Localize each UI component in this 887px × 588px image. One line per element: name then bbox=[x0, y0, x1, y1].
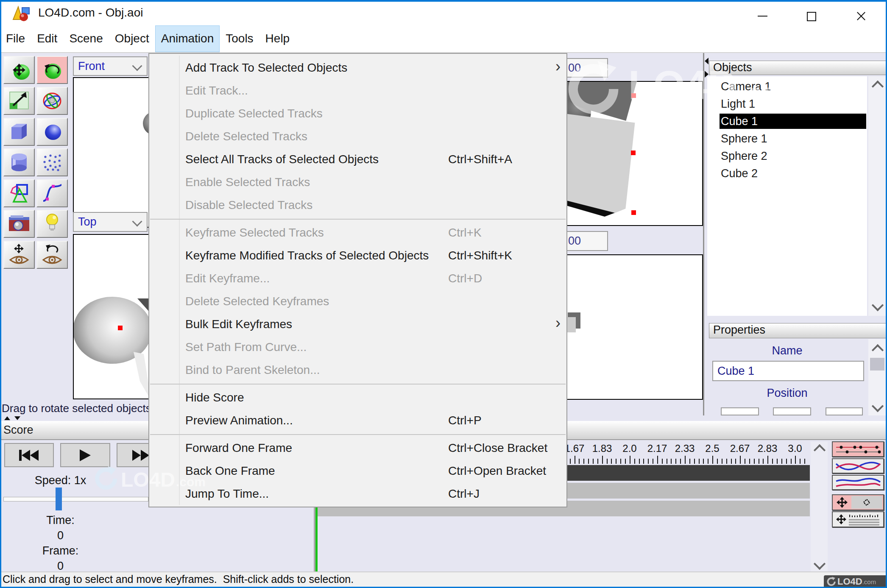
properties-scrollbar[interactable] bbox=[868, 339, 886, 415]
ruler-label: 2.67 bbox=[730, 443, 750, 454]
menu-item-edit-track[interactable]: Edit Track... bbox=[149, 79, 566, 102]
ruler-label: 2.83 bbox=[758, 443, 778, 454]
menu-item-duplicate-selected-tracks[interactable]: Duplicate Selected Tracks bbox=[149, 102, 566, 125]
edit-curves-mode-button[interactable] bbox=[832, 458, 884, 474]
scroll-down-icon[interactable] bbox=[872, 400, 884, 412]
menubar-item-tools[interactable]: Tools bbox=[220, 25, 259, 52]
ruler-tick bbox=[699, 459, 700, 464]
create-polygon-tool[interactable] bbox=[3, 179, 35, 207]
scroll-up-icon[interactable] bbox=[814, 444, 826, 456]
pan-view-tool[interactable] bbox=[3, 241, 35, 269]
position-x-field[interactable] bbox=[721, 407, 759, 415]
menu-item-jump-to-time[interactable]: Jump To Time...Ctrl+J bbox=[149, 482, 566, 505]
trackball-rotate-tool[interactable] bbox=[36, 87, 68, 115]
move-object-tool[interactable] bbox=[3, 56, 35, 84]
edit-curves-alt-mode-button[interactable] bbox=[832, 475, 884, 490]
ruler-tick bbox=[575, 456, 575, 464]
object-item-sphere-2[interactable]: Sphere 2 bbox=[707, 148, 867, 164]
selection-handle[interactable] bbox=[631, 150, 636, 155]
move-keyframes-mode-button[interactable] bbox=[832, 494, 884, 510]
menu-item-keyframe-modified-tracks-of-selected-objects[interactable]: Keyframe Modified Tracks of Selected Obj… bbox=[149, 244, 566, 267]
selection-handle[interactable] bbox=[118, 326, 123, 330]
close-button[interactable] bbox=[842, 0, 880, 25]
splitter-up-icon[interactable] bbox=[4, 416, 10, 420]
menu-item-label: Forward One Frame bbox=[185, 441, 292, 455]
menu-item-edit-keyframe[interactable]: Edit Keyframe...Ctrl+D bbox=[149, 267, 566, 290]
menubar-item-file[interactable]: File bbox=[0, 25, 31, 52]
menu-item-delete-selected-keyframes[interactable]: Delete Selected Keyframes bbox=[149, 290, 566, 313]
move-timescale-mode-button[interactable] bbox=[832, 511, 884, 527]
rotate-object-tool[interactable] bbox=[36, 56, 68, 84]
menu-item-keyframe-selected-tracks[interactable]: Keyframe Selected TracksCtrl+K bbox=[149, 221, 566, 244]
create-spline-mesh-tool[interactable] bbox=[36, 148, 68, 176]
ruler-label: 1.67 bbox=[565, 443, 585, 454]
viewport-front[interactable] bbox=[73, 77, 151, 228]
position-y-field[interactable] bbox=[773, 407, 811, 415]
object-item-cube-2[interactable]: Cube 2 bbox=[707, 166, 867, 181]
menu-item-bulk-edit-keyframes[interactable]: Bulk Edit Keyframes› bbox=[149, 313, 566, 336]
menu-item-back-one-frame[interactable]: Back One FrameCtrl+Open Bracket bbox=[149, 460, 566, 482]
timeline-scrollbar[interactable] bbox=[811, 442, 828, 571]
object-item-sphere-1[interactable]: Sphere 1 bbox=[707, 131, 867, 146]
selection-handle[interactable] bbox=[631, 93, 636, 98]
menu-item-delete-selected-tracks[interactable]: Delete Selected Tracks bbox=[149, 125, 566, 148]
properties-content: Name Cube 1 Position bbox=[707, 339, 867, 415]
menubar-item-help[interactable]: Help bbox=[259, 25, 296, 52]
create-light-tool[interactable] bbox=[36, 210, 68, 238]
splitter-down-icon[interactable] bbox=[14, 416, 20, 420]
objects-scrollbar[interactable] bbox=[868, 76, 886, 316]
menubar-item-scene[interactable]: Scene bbox=[63, 25, 109, 52]
scale-field-bottom-right[interactable]: 00 bbox=[561, 231, 608, 251]
ruler-tick bbox=[754, 459, 755, 464]
create-sphere-tool[interactable] bbox=[36, 118, 68, 146]
menu-item-set-path-from-curve[interactable]: Set Path From Curve... bbox=[149, 336, 566, 359]
panel-splitter[interactable] bbox=[703, 53, 704, 421]
scroll-down-icon[interactable] bbox=[814, 558, 826, 570]
ruler-tick bbox=[800, 459, 801, 464]
minimize-button[interactable] bbox=[743, 0, 781, 25]
menu-item-forward-one-frame[interactable]: Forward One FrameCtrl+Close Bracket bbox=[149, 437, 566, 460]
rewind-button[interactable] bbox=[4, 443, 54, 467]
scroll-down-icon[interactable] bbox=[872, 299, 884, 311]
speed-slider-thumb[interactable] bbox=[56, 488, 62, 510]
scroll-up-icon[interactable] bbox=[872, 344, 884, 356]
create-cube-tool[interactable] bbox=[3, 118, 35, 146]
menu-item-disable-selected-tracks[interactable]: Disable Selected Tracks bbox=[149, 194, 566, 217]
create-curve-tool[interactable] bbox=[36, 179, 68, 207]
view-selector-top[interactable]: Top bbox=[73, 212, 148, 232]
viewport-camera[interactable] bbox=[566, 254, 703, 400]
name-field[interactable]: Cube 1 bbox=[712, 361, 864, 381]
scrollbar-thumb[interactable] bbox=[870, 358, 884, 371]
viewport-perspective[interactable] bbox=[566, 81, 703, 226]
menubar-item-object[interactable]: Object bbox=[109, 25, 155, 52]
object-item-light-1[interactable]: Light 1 bbox=[707, 96, 867, 111]
create-cylinder-tool[interactable] bbox=[3, 148, 35, 176]
view-selector-front[interactable]: Front bbox=[73, 56, 148, 76]
view-selector-label: Front bbox=[78, 60, 105, 72]
position-z-field[interactable] bbox=[826, 407, 863, 415]
menubar-item-edit[interactable]: Edit bbox=[31, 25, 63, 52]
menu-item-bind-to-parent-skeleton[interactable]: Bind to Parent Skeleton... bbox=[149, 359, 566, 382]
resize-object-tool[interactable] bbox=[3, 87, 35, 115]
object-item-camera-1[interactable]: Camera 1 bbox=[707, 79, 867, 94]
keyframes-icon bbox=[835, 444, 881, 455]
rotate-view-tool[interactable] bbox=[36, 241, 68, 269]
scroll-up-icon[interactable] bbox=[872, 81, 884, 92]
menu-item-preview-animation[interactable]: Preview Animation...Ctrl+P bbox=[149, 409, 566, 432]
edit-keyframes-mode-button[interactable] bbox=[832, 441, 884, 457]
ruler-tick bbox=[602, 456, 603, 464]
object-item-cube-1[interactable]: Cube 1 bbox=[720, 114, 866, 129]
maximize-button[interactable] bbox=[792, 0, 830, 25]
speed-slider-track[interactable] bbox=[3, 497, 148, 502]
menubar-item-animation[interactable]: Animation bbox=[155, 25, 220, 52]
viewport-top[interactable] bbox=[73, 234, 151, 399]
play-button[interactable] bbox=[60, 443, 110, 467]
menu-item-add-track-to-selected-objects[interactable]: Add Track To Selected Objects› bbox=[149, 56, 566, 79]
menu-item-hide-score[interactable]: Hide Score bbox=[149, 386, 566, 409]
collapse-left-icon[interactable] bbox=[705, 58, 708, 64]
selection-handle[interactable] bbox=[631, 210, 636, 215]
create-camera-tool[interactable] bbox=[3, 210, 35, 238]
scale-field-top-right[interactable]: 00 bbox=[561, 58, 608, 78]
menu-item-select-all-tracks-of-selected-objects[interactable]: Select All Tracks of Selected ObjectsCtr… bbox=[149, 148, 566, 171]
menu-item-enable-selected-tracks[interactable]: Enable Selected Tracks bbox=[149, 171, 566, 194]
